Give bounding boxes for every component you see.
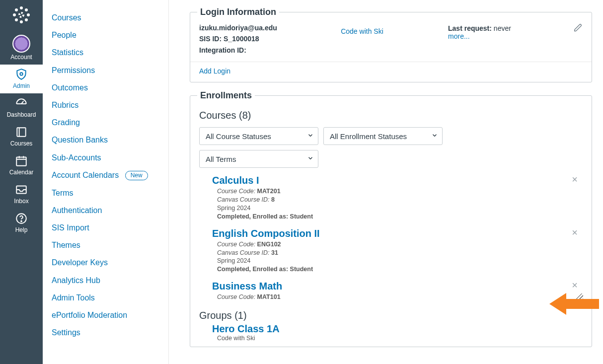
course-link[interactable]: Business Math (212, 281, 282, 291)
svg-marker-15 (549, 293, 599, 315)
sis-id-value: S_1000018 (224, 35, 259, 43)
subnav-statistics[interactable]: Statistics (52, 44, 159, 61)
subnav-themes[interactable]: Themes (52, 236, 159, 254)
course-status: Completed, Enrolled as: Student (217, 213, 313, 220)
course-code: MAT201 (257, 188, 281, 195)
login-provider-link[interactable]: Code with Ski (341, 27, 383, 35)
subnav-people[interactable]: People (52, 26, 159, 44)
edit-login-button[interactable] (567, 22, 583, 34)
nav-admin-label: Admin (13, 82, 30, 89)
course-term: Spring 2024 (217, 205, 250, 212)
courses-icon (14, 125, 28, 139)
add-login-link[interactable]: Add Login (199, 67, 230, 75)
enrollment-filters: All Course Statuses All Enrollment Statu… (199, 127, 583, 145)
subnav-permissions[interactable]: Permissions (52, 62, 159, 79)
nav-dashboard[interactable]: Dashboard (0, 93, 43, 122)
chevron-down-icon (307, 132, 314, 141)
account-subnav: Courses People Statistics Permissions Ou… (43, 0, 169, 364)
svg-point-1 (20, 20, 23, 23)
enrollments-legend: Enrollments (197, 90, 255, 101)
svg-point-2 (13, 13, 16, 16)
svg-rect-11 (16, 157, 26, 165)
subnav-terms[interactable]: Terms (52, 184, 159, 202)
more-link[interactable]: more... (448, 32, 470, 40)
group-item: Hero Class 1A Code with Ski (199, 323, 583, 342)
nav-dashboard-label: Dashboard (7, 111, 36, 118)
subnav-question-banks[interactable]: Question Banks (52, 131, 159, 148)
subnav-admin-tools[interactable]: Admin Tools (52, 289, 159, 306)
course-item: × Business Math Course Code: MAT101 Canv… (199, 279, 580, 302)
course-term: Spring 2024 (217, 257, 250, 264)
nav-account-label: Account (10, 54, 32, 61)
new-badge: New (125, 171, 148, 180)
enrollment-status-value: All Enrollment Statuses (330, 132, 407, 141)
admin-icon (14, 68, 28, 81)
subnav-eportfolio[interactable]: ePortfolio Moderation (52, 306, 159, 324)
term-select[interactable]: All Terms (199, 150, 318, 168)
unenroll-button[interactable]: × (572, 280, 578, 291)
svg-point-3 (27, 13, 30, 16)
subnav-rubrics[interactable]: Rubrics (52, 96, 159, 114)
subnav-settings[interactable]: Settings (52, 324, 159, 341)
subnav-courses[interactable]: Courses (52, 9, 159, 26)
courses-list[interactable]: × Calculus I Course Code: MAT201 Canvas … (199, 173, 583, 302)
nav-help[interactable]: Help (0, 209, 43, 237)
nav-courses[interactable]: Courses (0, 122, 43, 151)
login-identity: izuku.midoriya@ua.edu SIS ID: S_1000018 … (199, 22, 337, 56)
svg-point-9 (20, 73, 22, 75)
groups-heading: Groups (1) (199, 310, 583, 321)
avatar-icon (12, 35, 30, 53)
login-information-card: Login Information izuku.midoriya@ua.edu … (190, 7, 592, 82)
subnav-sub-accounts[interactable]: Sub-Accounts (52, 149, 159, 166)
last-request-value: never (494, 24, 511, 32)
canvas-id: 31 (271, 249, 278, 256)
course-item: × English Composition II Course Code: EN… (199, 226, 580, 279)
nav-calendar[interactable]: Calendar (0, 151, 43, 180)
subnav-outcomes[interactable]: Outcomes (52, 79, 159, 96)
unenroll-button[interactable]: × (572, 227, 578, 238)
enrollment-status-select[interactable]: All Enrollment Statuses (323, 127, 443, 145)
login-legend: Login Information (197, 7, 279, 17)
svg-point-8 (19, 13, 23, 17)
global-nav: Account Admin Dashboard Courses Calendar… (0, 0, 43, 364)
unenroll-button[interactable]: × (572, 174, 578, 185)
course-status: Completed, Enrolled as: Student (217, 266, 313, 273)
nav-help-label: Help (15, 226, 28, 233)
calendar-icon (14, 154, 28, 168)
course-code-label: Course Code: (217, 293, 257, 300)
nav-account[interactable]: Account (0, 32, 43, 65)
help-icon (14, 212, 28, 225)
sis-id-label: SIS ID: (199, 35, 224, 43)
chevron-down-icon (431, 132, 438, 141)
dashboard-icon (14, 96, 28, 110)
subnav-developer-keys[interactable]: Developer Keys (52, 254, 159, 271)
subnav-analytics-hub[interactable]: Analytics Hub (52, 272, 159, 289)
last-request: Last request: never more... (448, 22, 563, 40)
nav-admin[interactable]: Admin (0, 65, 43, 93)
subnav-sis-import[interactable]: SIS Import (52, 219, 159, 236)
annotation-arrow (549, 291, 599, 318)
canvas-id-label: Canvas Course ID: (217, 196, 271, 203)
last-request-label: Last request: (448, 24, 494, 32)
arrow-icon (549, 291, 599, 317)
subnav-authentication[interactable]: Authentication (52, 202, 159, 219)
subnav-account-calendars[interactable]: Account Calendars New (52, 166, 159, 184)
course-status-select[interactable]: All Course Statuses (199, 127, 318, 145)
nav-calendar-label: Calendar (9, 169, 34, 176)
svg-rect-10 (17, 128, 25, 136)
nav-inbox[interactable]: Inbox (0, 180, 43, 209)
course-code: ENG102 (257, 241, 281, 248)
svg-point-4 (15, 8, 18, 11)
svg-point-7 (25, 18, 28, 21)
main-content: Login Information izuku.midoriya@ua.edu … (179, 0, 603, 355)
pencil-icon (574, 23, 583, 32)
course-link[interactable]: Calculus I (212, 175, 259, 186)
course-link[interactable]: English Composition II (212, 228, 320, 239)
canvas-logo[interactable] (11, 5, 31, 25)
canvas-id-label: Canvas Course ID: (217, 249, 271, 256)
group-link[interactable]: Hero Class 1A (212, 323, 280, 334)
svg-point-0 (20, 6, 23, 9)
svg-point-14 (21, 221, 22, 222)
subnav-grading[interactable]: Grading (52, 114, 159, 131)
course-code-label: Course Code: (217, 241, 257, 248)
